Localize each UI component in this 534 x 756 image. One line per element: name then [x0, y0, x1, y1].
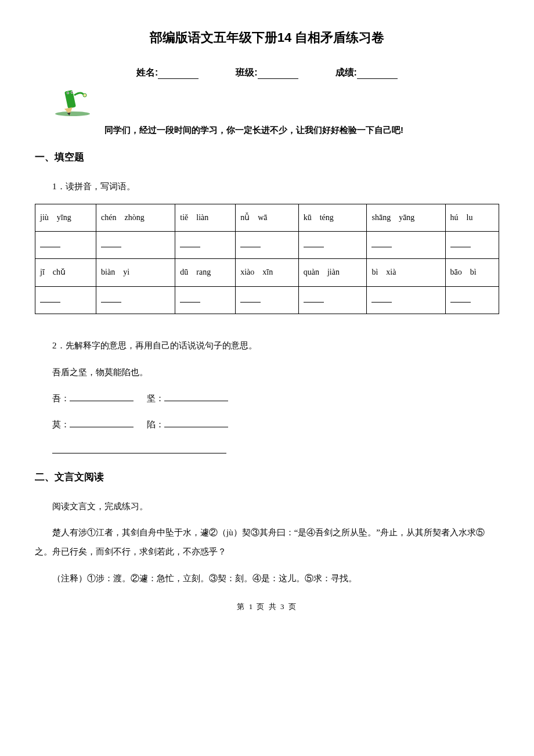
answer-cell[interactable]	[367, 286, 445, 314]
table-row: jiù yīng chén zhòng tiě liàn nǚ wā kū té…	[35, 204, 499, 231]
table-row	[35, 286, 499, 314]
svg-point-6	[67, 92, 68, 93]
answer-cell[interactable]	[298, 286, 367, 314]
pinyin-cell: xiào xīn	[236, 259, 299, 286]
page-footer: 第 1 页 共 3 页	[35, 602, 499, 612]
pinyin-cell: bì xià	[367, 259, 445, 286]
q2-mo-blank[interactable]	[70, 420, 134, 427]
answer-cell[interactable]	[96, 231, 175, 258]
answer-cell[interactable]	[35, 286, 96, 314]
pinyin-cell: quàn jiàn	[298, 259, 367, 286]
q2-row1: 吾： 坚：	[52, 391, 499, 406]
q2-jian-label: 坚：	[147, 394, 164, 403]
pinyin-cell: chén zhòng	[96, 204, 175, 231]
pinyin-cell: hú lu	[445, 204, 499, 231]
q2-sentence: 吾盾之坚，物莫能陷也。	[52, 365, 499, 380]
name-blank[interactable]	[158, 70, 199, 79]
q1-label: 1．读拼音，写词语。	[35, 178, 499, 195]
passage-text: 楚人有涉①江者，其剑自舟中坠于水，遽②（jù）契③其舟曰：“是④吾剑之所从坠。”…	[35, 523, 499, 561]
q2-mo-label: 莫：	[52, 420, 70, 429]
q2-wu-label: 吾：	[52, 394, 70, 403]
q2-sentence-blank-row	[52, 443, 499, 459]
pencil-mascot-icon	[52, 85, 499, 119]
svg-rect-1	[64, 90, 76, 109]
section2-heading: 二、文言文阅读	[35, 470, 499, 484]
pinyin-cell: tiě liàn	[175, 204, 236, 231]
notes-text: （注释）①涉：渡。②遽：急忙，立刻。③契：刻。④是：这儿。⑤求：寻找。	[35, 570, 499, 587]
pinyin-cell: bāo bì	[445, 259, 499, 286]
pinyin-cell: jī chǔ	[35, 259, 96, 286]
q2-wu-blank[interactable]	[70, 394, 134, 401]
answer-cell[interactable]	[96, 286, 175, 314]
pinyin-cell: nǚ wā	[236, 204, 299, 231]
pinyin-cell: shāng yāng	[367, 204, 445, 231]
name-label: 姓名:	[136, 67, 158, 77]
section2-lead: 阅读文言文，完成练习。	[35, 498, 499, 515]
section1-heading: 一、填空题	[35, 150, 499, 164]
score-label: 成绩:	[335, 67, 357, 77]
answer-cell[interactable]	[367, 231, 445, 258]
q2-sentence-blank[interactable]	[52, 446, 226, 453]
page-title: 部编版语文五年级下册14 自相矛盾练习卷	[35, 29, 499, 46]
q2-xian-blank[interactable]	[164, 420, 228, 427]
answer-cell[interactable]	[236, 286, 299, 314]
score-blank[interactable]	[357, 70, 398, 79]
pinyin-table: jiù yīng chén zhòng tiě liàn nǚ wā kū té…	[35, 204, 499, 315]
intro-text: 同学们，经过一段时间的学习，你一定长进不少，让我们好好检验一下自己吧!	[104, 125, 499, 136]
answer-cell[interactable]	[445, 231, 499, 258]
class-label: 班级:	[236, 67, 257, 77]
pinyin-cell: kū téng	[298, 204, 367, 231]
pinyin-cell: jiù yīng	[35, 204, 96, 231]
answer-cell[interactable]	[175, 286, 236, 314]
svg-point-8	[83, 93, 86, 97]
q2-label: 2．先解释字的意思，再用自己的话说说句子的意思。	[35, 337, 499, 354]
q2-jian-blank[interactable]	[164, 394, 228, 401]
answer-cell[interactable]	[298, 231, 367, 258]
svg-point-7	[71, 92, 73, 93]
q2-xian-label: 陷：	[147, 420, 164, 429]
svg-point-0	[55, 111, 90, 116]
answer-cell[interactable]	[445, 286, 499, 314]
answer-cell[interactable]	[35, 231, 96, 258]
class-blank[interactable]	[258, 70, 298, 79]
info-line: 姓名: 班级: 成绩:	[35, 67, 499, 79]
table-row: jī chǔ biàn yi dū rang xiào xīn quàn jià…	[35, 259, 499, 286]
answer-cell[interactable]	[175, 231, 236, 258]
answer-cell[interactable]	[236, 231, 299, 258]
table-row	[35, 231, 499, 258]
pinyin-cell: biàn yi	[96, 259, 175, 286]
pinyin-cell: dū rang	[175, 259, 236, 286]
q2-row2: 莫： 陷：	[52, 417, 499, 433]
